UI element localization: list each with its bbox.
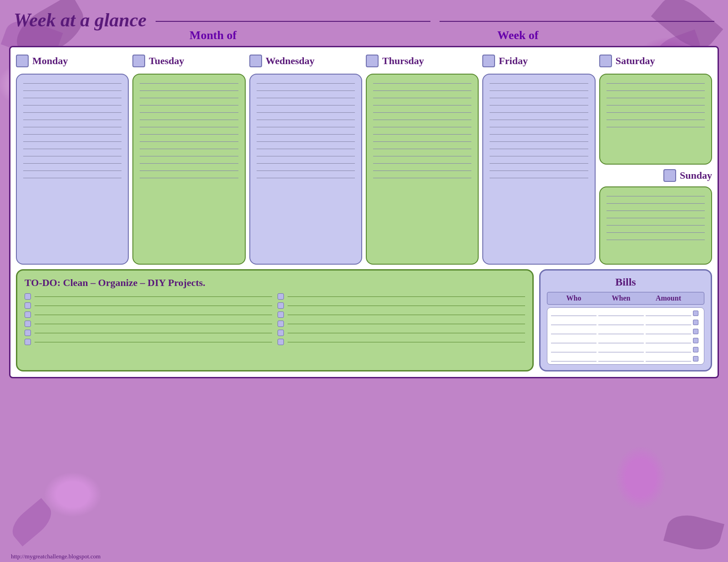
todo-list-right xyxy=(278,293,525,345)
line xyxy=(23,167,121,171)
todo-checkbox[interactable] xyxy=(278,330,284,336)
todo-checkbox[interactable] xyxy=(25,302,31,309)
line xyxy=(257,80,355,84)
bills-cell xyxy=(646,338,691,343)
bills-row-checkbox[interactable] xyxy=(693,338,698,343)
saturday-checkbox[interactable] xyxy=(599,55,612,67)
sunday-label: Sunday xyxy=(680,170,712,181)
todo-checkbox[interactable] xyxy=(25,330,31,336)
line xyxy=(607,222,705,226)
bills-row xyxy=(551,320,700,325)
todo-list-left xyxy=(25,293,272,345)
sunday-checkbox[interactable] xyxy=(663,169,676,182)
bills-cell xyxy=(551,320,597,325)
line xyxy=(490,80,588,84)
title-line-2 xyxy=(440,21,714,22)
line xyxy=(23,146,121,149)
bills-cell xyxy=(598,347,644,352)
bills-row-checkbox[interactable] xyxy=(693,320,698,325)
todo-item xyxy=(25,330,272,336)
todo-checkbox[interactable] xyxy=(25,339,31,345)
bills-cell xyxy=(598,338,644,343)
line xyxy=(607,102,705,105)
todo-item xyxy=(25,293,272,300)
wednesday-header: Wednesday xyxy=(249,55,362,67)
bills-cell xyxy=(646,329,691,334)
wednesday-checkbox[interactable] xyxy=(249,55,262,67)
saturday-lines xyxy=(607,80,705,158)
todo-checkbox[interactable] xyxy=(278,311,284,318)
todo-lists xyxy=(25,293,525,345)
line xyxy=(607,116,705,120)
todo-line xyxy=(35,342,272,342)
bills-section: Bills Who When Amount xyxy=(539,269,712,371)
thursday-header: Thursday xyxy=(366,55,479,67)
line xyxy=(607,200,705,204)
bills-cell xyxy=(551,329,597,334)
bills-cell xyxy=(598,329,644,334)
bills-cell xyxy=(551,311,597,316)
line xyxy=(490,175,588,178)
line xyxy=(490,95,588,98)
bills-cell xyxy=(646,311,691,316)
line xyxy=(373,146,471,149)
line xyxy=(257,116,355,120)
bills-row xyxy=(551,329,700,334)
days-header: Monday Tuesday Wednesday Thursday Friday… xyxy=(16,53,712,69)
todo-checkbox[interactable] xyxy=(278,339,284,345)
line xyxy=(373,160,471,164)
thursday-checkbox[interactable] xyxy=(366,55,379,67)
bills-row-checkbox[interactable] xyxy=(693,347,698,352)
bills-row-checkbox[interactable] xyxy=(693,356,698,361)
line xyxy=(373,138,471,142)
line xyxy=(140,116,238,120)
todo-checkbox[interactable] xyxy=(25,321,31,327)
footer-url: http://mygreatchallenge.blogspot.com xyxy=(11,553,101,560)
friday-panel xyxy=(482,74,595,265)
line xyxy=(607,229,705,233)
todo-checkbox[interactable] xyxy=(25,293,31,300)
tuesday-panel xyxy=(132,74,245,265)
monday-checkbox[interactable] xyxy=(16,55,29,67)
bills-when-header: When xyxy=(597,294,645,302)
todo-checkbox[interactable] xyxy=(278,302,284,309)
bills-row-checkbox[interactable] xyxy=(693,329,698,334)
todo-line xyxy=(288,306,525,306)
todo-line xyxy=(35,324,272,324)
line xyxy=(140,124,238,127)
line xyxy=(23,131,121,135)
monday-lines xyxy=(23,80,121,258)
todo-item xyxy=(25,302,272,309)
bills-cell xyxy=(598,320,644,325)
line xyxy=(490,102,588,105)
app-title: Week at a glance xyxy=(14,9,147,31)
friday-label: Friday xyxy=(499,55,528,67)
todo-checkbox[interactable] xyxy=(25,311,31,318)
line xyxy=(490,124,588,127)
todo-checkbox[interactable] xyxy=(278,293,284,300)
line xyxy=(23,175,121,178)
line xyxy=(490,167,588,171)
tuesday-label: Tuesday xyxy=(149,55,184,67)
line xyxy=(23,124,121,127)
line xyxy=(373,87,471,91)
line xyxy=(607,236,705,240)
saturday-panel xyxy=(599,74,712,165)
line xyxy=(140,87,238,91)
todo-title: TO-DO: Clean – Organize – DIY Projects. xyxy=(25,277,525,289)
line xyxy=(373,109,471,113)
monday-panel xyxy=(16,74,129,265)
line xyxy=(490,160,588,164)
todo-checkbox[interactable] xyxy=(278,321,284,327)
todo-line xyxy=(288,342,525,342)
monday-header: Monday xyxy=(16,55,129,67)
tuesday-checkbox[interactable] xyxy=(132,55,145,67)
line xyxy=(490,138,588,142)
line xyxy=(140,160,238,164)
thursday-panel xyxy=(366,74,479,265)
line xyxy=(140,153,238,156)
bills-row-checkbox[interactable] xyxy=(693,311,698,316)
line xyxy=(23,138,121,142)
friday-checkbox[interactable] xyxy=(482,55,495,67)
line xyxy=(23,95,121,98)
